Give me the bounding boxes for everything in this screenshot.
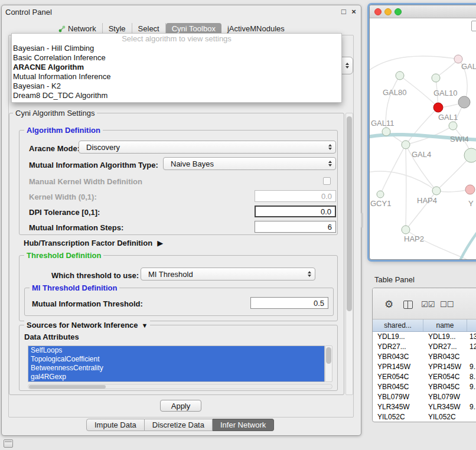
cell-name: YDR27... — [423, 342, 467, 352]
table-row[interactable]: YBL079W YBL079W — [373, 392, 476, 402]
list-item-topologicalcoefficient[interactable]: TopologicalCoefficient — [28, 355, 324, 364]
list-item-gal4rgexp[interactable]: gal4RGexp — [28, 373, 324, 381]
graph-node[interactable] — [402, 226, 410, 234]
graph-node[interactable] — [396, 71, 404, 80]
graph-node[interactable] — [432, 74, 440, 82]
aracne-mode-label: Aracne Mode: — [29, 144, 80, 153]
graph-node-labels: GAL GAL80 GAL10 GAL11 GAL1 SWI4 GAL4 GCY… — [370, 62, 476, 243]
graph-node[interactable] — [432, 187, 441, 195]
table-row[interactable]: YPR145W YPR145W 9. — [373, 362, 476, 372]
attributes-list-horizontal-scrollbar[interactable] — [28, 384, 332, 389]
table-row[interactable]: YBR045C YBR045C 9. — [373, 382, 476, 392]
table-row[interactable]: YDL19... YDL19... 13 — [373, 332, 476, 342]
column-header-partial[interactable] — [467, 319, 476, 331]
cell-name: YPR145W — [423, 362, 467, 372]
aracne-mode-combobox[interactable]: Discovery — [79, 141, 336, 154]
mi-threshold-definition-title: MI Threshold Definition — [30, 283, 119, 292]
settings-group-title: Cyni Algorithm Settings — [13, 109, 97, 118]
combo-arrows-icon — [345, 63, 349, 69]
collapsed-panel-icon[interactable] — [4, 439, 13, 448]
dpi-tolerance-label: DPI Tolerance [0,1]: — [29, 208, 100, 217]
mi-type-label: Mutual Information Algorithm Type: — [29, 161, 158, 169]
table-row[interactable]: YDR27... YDR27... 12 — [373, 342, 476, 352]
graph-node-gray[interactable] — [458, 96, 470, 108]
table-body: YDL19... YDL19... 13 YDR27... YDR27... 1… — [373, 332, 476, 422]
gear-icon[interactable]: ⚙ — [384, 299, 393, 309]
minimize-traffic-light-icon[interactable] — [384, 8, 392, 15]
graph-node[interactable] — [449, 122, 457, 130]
column-header-shared-name[interactable]: shared... — [373, 319, 423, 331]
select-all-checkboxes-icon[interactable]: ☑☑ — [421, 299, 435, 309]
cell-shared-name: YLR345W — [373, 402, 423, 412]
dropdown-option-dream8[interactable]: Dream8 DC_TDC Algorithm — [12, 91, 341, 100]
hub-definition-section[interactable]: Hub/Transcription Factor Definition ▶ — [24, 239, 163, 247]
graph-node-pink[interactable] — [465, 185, 475, 194]
which-threshold-combobox[interactable]: MI Threshold — [141, 268, 315, 281]
table-row[interactable]: YLR345W YLR345W 9. — [373, 402, 476, 412]
cell-shared-name: YER054C — [373, 372, 423, 382]
tab-infer-network-label: Infer Network — [220, 420, 266, 429]
attributes-list-vertical-scrollbar[interactable] — [325, 345, 332, 382]
sources-group-title-row[interactable]: Sources for Network Inference ▼ — [24, 321, 150, 330]
cell-shared-name: YBR043C — [373, 352, 423, 362]
list-item-betweennesscentrality[interactable]: BetweennessCentrality — [28, 364, 324, 373]
cell-shared-name: YBL079W — [373, 392, 423, 402]
graph-node[interactable] — [382, 128, 390, 136]
cell-value: 8. — [467, 372, 476, 382]
manual-kernel-checkbox — [323, 177, 331, 185]
node-label: GAL4 — [412, 150, 431, 159]
columns-icon[interactable] — [403, 301, 413, 309]
zoom-traffic-light-icon[interactable] — [395, 8, 402, 15]
network-view-window: GAL GAL80 GAL10 GAL11 GAL1 SWI4 GAL4 GCY… — [369, 5, 476, 260]
close-traffic-light-icon[interactable] — [374, 8, 382, 15]
algorithm-dropdown-popup: Select algorithm to view settings Bayesi… — [11, 33, 342, 103]
table-row[interactable]: YIL052C YIL052C — [373, 412, 476, 422]
node-label: GAL10 — [433, 89, 457, 97]
cell-name: YLR345W — [423, 402, 467, 412]
mi-steps-input[interactable]: 6 — [255, 221, 336, 233]
mi-type-combobox[interactable]: Naive Bayes — [163, 157, 336, 170]
table-row[interactable]: YBR043C YBR043C — [373, 352, 476, 362]
column-header-name[interactable]: name — [423, 319, 467, 331]
float-window-icon[interactable]: □ — [340, 8, 348, 16]
dropdown-option-basic-correlation[interactable]: Basic Correlation Inference — [12, 53, 341, 63]
settings-vertical-scrollbar[interactable] — [345, 113, 353, 395]
cell-value: 13 — [467, 332, 476, 342]
cell-value: 9. — [467, 382, 476, 392]
panel-splitter-handle[interactable] — [361, 213, 363, 228]
mi-steps-value: 6 — [328, 223, 332, 231]
node-label: GAL80 — [383, 88, 406, 97]
dropdown-option-aracne[interactable]: ARACNE Algorithm — [12, 63, 341, 72]
cell-name: YBR043C — [423, 352, 467, 362]
node-label: GAL1 — [438, 113, 458, 122]
graph-node-selected-red[interactable] — [433, 103, 443, 112]
tab-discretize-data[interactable]: Discretize Data — [145, 419, 213, 431]
dropdown-option-bayesian-k2[interactable]: Bayesian - K2 — [12, 81, 341, 91]
network-graph-canvas[interactable]: GAL GAL80 GAL10 GAL11 GAL1 SWI4 GAL4 GCY… — [370, 18, 476, 260]
apply-button[interactable]: Apply — [160, 400, 201, 412]
deselect-all-checkboxes-icon[interactable]: ☐☐ — [440, 299, 454, 309]
mi-threshold-input[interactable]: 0.5 — [250, 297, 328, 309]
graph-node[interactable] — [464, 148, 476, 162]
graph-node[interactable] — [377, 191, 384, 198]
tab-infer-network[interactable]: Infer Network — [213, 419, 274, 431]
dpi-tolerance-input[interactable]: 0.0 — [255, 206, 336, 217]
dropdown-option-mutual-information[interactable]: Mutual Information Inference — [12, 72, 341, 81]
kernel-width-label: Kernel Width (0,1): — [29, 193, 97, 201]
dropdown-option-bayesian-hill[interactable]: Bayesian - Hill Climbing — [12, 44, 341, 53]
cell-shared-name: YDR27... — [373, 342, 423, 352]
threshold-definition-group: Threshold Definition Which threshold to … — [19, 255, 338, 321]
tab-discretize-data-label: Discretize Data — [152, 420, 204, 429]
cell-name: YBR045C — [423, 382, 467, 392]
mi-type-value: Naive Bayes — [171, 159, 214, 168]
list-item-selfloops[interactable]: SelfLoops — [28, 346, 324, 355]
graph-node[interactable] — [402, 141, 410, 149]
sources-group-title: Sources for Network Inference — [27, 321, 138, 330]
tab-impute-data[interactable]: Impute Data — [86, 419, 145, 431]
sources-group: Sources for Network Inference ▼ Data Att… — [19, 325, 338, 391]
network-window-titlebar[interactable] — [370, 5, 476, 18]
dpi-tolerance-value: 0.0 — [321, 207, 331, 216]
apply-button-label: Apply — [171, 402, 191, 410]
close-window-icon[interactable]: × — [350, 8, 358, 16]
table-row[interactable]: YER054C YER054C 8. — [373, 372, 476, 382]
